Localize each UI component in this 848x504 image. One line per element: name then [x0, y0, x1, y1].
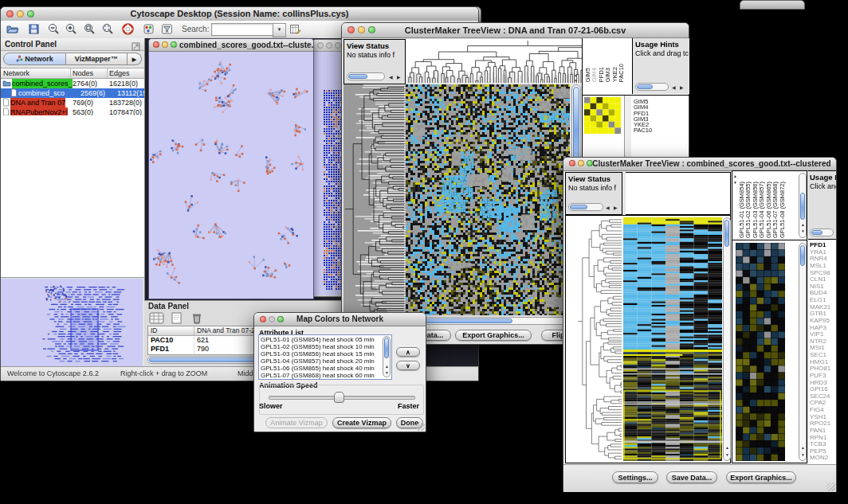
search-input[interactable] — [211, 23, 273, 36]
col-header-nodes[interactable]: Nodes — [71, 68, 108, 78]
close-button[interactable] — [347, 26, 355, 33]
treeview2-collabel-scrollbar[interactable]: ▲ ▼ — [799, 173, 807, 238]
close-button[interactable] — [153, 41, 159, 48]
scroll-up-icon[interactable]: ▲ — [801, 221, 805, 228]
treeview2-heatmap-vscrollbar[interactable]: ▲ ▼ — [723, 217, 731, 461]
minimize-button[interactable] — [162, 41, 168, 48]
network-table-row[interactable]: combined_sco2569(6)13112(15) — [1, 88, 144, 98]
move-up-button[interactable]: ∧ — [396, 347, 420, 357]
scroll-up-icon[interactable]: ▲ — [801, 444, 805, 451]
settings-button[interactable]: Settings... — [612, 471, 658, 483]
collabel-scroll-thumb[interactable] — [800, 193, 805, 220]
treeview1-hscrollbar[interactable] — [406, 317, 570, 325]
create-vizmap-button[interactable]: Create Vizmap — [332, 417, 391, 428]
minimize-button[interactable] — [17, 10, 24, 18]
treeview1-vscroll-thumb[interactable] — [573, 87, 579, 166]
col-header-network[interactable]: Network — [1, 68, 71, 78]
window-controls[interactable] — [6, 10, 34, 18]
network-overview-panel[interactable] — [1, 277, 144, 369]
scroll-down-icon[interactable]: ▼ — [725, 451, 729, 458]
scroll-left-icon[interactable]: ◀ — [672, 84, 676, 91]
network-view-canvas-2[interactable] — [313, 52, 343, 295]
treeview1-heatmap[interactable] — [406, 84, 570, 315]
minimize-button[interactable] — [578, 160, 584, 166]
network-window-1[interactable]: combined_scores_good.txt--cluste... — [148, 38, 314, 299]
zoom-button[interactable] — [277, 316, 284, 322]
treeview1-row-dendrogram[interactable] — [344, 84, 406, 315]
usage-scroll-thumb[interactable] — [811, 230, 822, 235]
network-view-canvas-1[interactable] — [149, 52, 312, 298]
attribute-list-item[interactable]: GPL51-04 (GSM857) heat shock 20 min — [261, 357, 390, 365]
zoom-button[interactable] — [587, 160, 593, 166]
attribute-list-item[interactable]: GPL51-06 (GSM865) heat shock 40 min — [261, 365, 390, 372]
help-lifebuoy-icon[interactable] — [121, 22, 135, 36]
attribute-listbox[interactable]: GPL51-01 (GSM854) heat shock 05 minGPL51… — [258, 334, 392, 380]
vizmapper-icon[interactable] — [142, 22, 155, 36]
export-graphics-button[interactable]: Export Graphics... — [455, 330, 532, 341]
attribute-list-item[interactable]: GPL51-02 (GSM855) heat shock 10 min — [261, 343, 390, 350]
scroll-left-icon[interactable]: ◀ — [606, 205, 610, 211]
tab-vizmapper[interactable]: VizMapper™ — [66, 53, 128, 65]
scroll-down-icon[interactable]: ▼ — [801, 451, 805, 458]
network-overview-canvas[interactable] — [1, 279, 143, 368]
open-file-icon[interactable] — [6, 22, 19, 36]
attribute-table-icon[interactable] — [289, 22, 302, 36]
treeview1-titlebar[interactable]: ClusterMaker TreeView : DNA and Tran 07-… — [342, 23, 689, 38]
treeview2-heatmap-vscroll-thumb[interactable] — [724, 220, 729, 247]
scroll-up-icon[interactable]: ▲ — [733, 173, 737, 179]
attribute-list-item[interactable]: GPL51-07 (GSM868) heat shock 60 min — [261, 372, 390, 379]
zoom-selected-icon[interactable] — [83, 22, 96, 36]
zoom-button[interactable] — [27, 10, 34, 18]
scroll-right-icon[interactable]: ▶ — [614, 205, 618, 211]
attribute-list-scrollbar[interactable]: ▲ ▼ — [383, 336, 391, 377]
zoom-button[interactable] — [335, 42, 341, 49]
close-button[interactable] — [569, 160, 575, 166]
export-graphics-button[interactable]: Export Graphics... — [726, 471, 796, 483]
scroll-up-icon[interactable]: ▲ — [725, 444, 729, 451]
zoom-out-icon[interactable] — [47, 22, 61, 36]
dialog-titlebar[interactable]: Map Colors to Network — [254, 313, 426, 326]
speed-slider-thumb[interactable] — [334, 392, 344, 403]
zoom-fit-icon[interactable] — [101, 22, 115, 36]
resize-grip[interactable] — [826, 483, 835, 491]
scroll-right-icon[interactable]: ▶ — [397, 74, 401, 80]
treeview2-row-dendrogram[interactable] — [567, 217, 622, 462]
treeview1-mini-heatmap[interactable] — [584, 97, 621, 134]
close-button[interactable] — [317, 42, 324, 49]
attribute-list-item[interactable]: GPL51-03 (GSM856) heat shock 15 min — [261, 350, 390, 357]
network-table-row[interactable]: combined_scores_2764(0)16218(0) — [1, 79, 144, 88]
treeview2-titlebar[interactable]: ClusterMaker TreeView : combined_scores_… — [563, 158, 836, 171]
resize-grip[interactable] — [416, 422, 425, 431]
network-tree-area[interactable] — [1, 115, 144, 277]
zoom-button[interactable] — [171, 41, 177, 48]
tab-network[interactable]: Network — [3, 53, 66, 65]
view-status-scroll-thumb[interactable] — [570, 205, 587, 209]
attribute-scroll-thumb[interactable] — [384, 338, 389, 358]
treeview2-heatmap[interactable] — [623, 217, 722, 461]
col-header-edges[interactable]: Edges — [108, 68, 144, 78]
scroll-right-icon[interactable]: ▶ — [680, 84, 684, 91]
close-button[interactable] — [6, 10, 14, 18]
minimize-button[interactable] — [326, 42, 332, 49]
animate-vizmap-button[interactable]: Animate Vizmap — [265, 417, 328, 428]
minimize-button[interactable] — [358, 26, 365, 33]
tab-overflow[interactable]: ▶ — [128, 53, 142, 65]
close-button[interactable] — [260, 316, 266, 322]
usage-scrollbar[interactable] — [810, 229, 834, 236]
main-titlebar[interactable]: Cytoscape Desktop (Session Name: collins… — [1, 7, 478, 21]
usage-scrollbar[interactable] — [635, 83, 669, 91]
usage-scroll-thumb[interactable] — [637, 84, 653, 89]
view-status-scrollbar[interactable] — [568, 203, 603, 211]
view-status-scroll-thumb[interactable] — [348, 74, 367, 79]
scroll-left-icon[interactable]: ◀ — [389, 74, 393, 80]
network-table-row[interactable]: DNA and Tran 07769(0)183728(0) — [1, 98, 144, 107]
scroll-down-icon[interactable]: ▼ — [733, 179, 737, 186]
scroll-down-icon[interactable]: ▼ — [801, 228, 805, 234]
gene-scroll-thumb[interactable] — [800, 245, 805, 266]
scroll-down-icon[interactable]: ▼ — [385, 369, 389, 376]
move-down-button[interactable]: ∨ — [396, 361, 420, 370]
zoom-button[interactable] — [368, 26, 375, 33]
treeview2-gene-scrollbar[interactable]: ▲ ▼ — [799, 243, 807, 461]
search-dropdown-button[interactable]: ▼ — [273, 23, 286, 37]
minimize-button[interactable] — [269, 316, 275, 322]
